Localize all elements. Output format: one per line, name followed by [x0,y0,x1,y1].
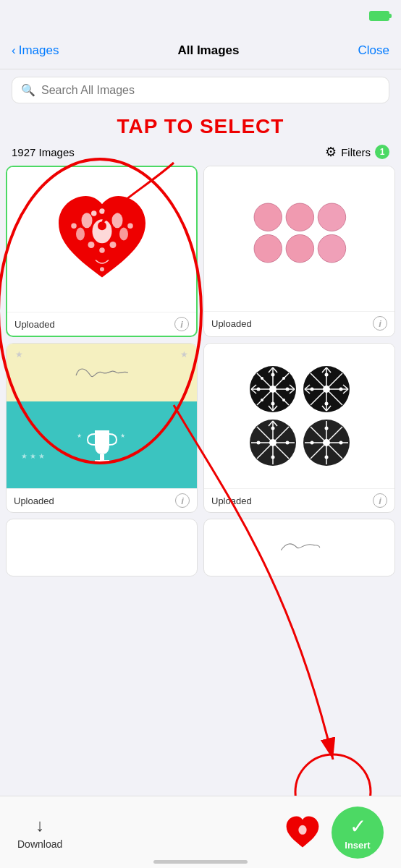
home-indicator [153,860,248,864]
checkmark-icon: ✓ [350,814,366,838]
snowflake-3 [248,417,298,468]
partial-card-1[interactable] [6,519,198,576]
trophy-svg: ★ ★ [73,427,131,463]
svg-text:★: ★ [77,433,82,439]
svg-point-7 [109,242,116,248]
close-button[interactable]: Close [358,43,389,58]
filters-badge: 1 [375,145,389,159]
card-label-snowflakes: Uploaded [211,495,252,506]
insert-button[interactable]: ✓ Insert [332,807,384,859]
svg-point-50 [282,377,285,380]
battery-icon [369,11,389,21]
svg-point-47 [256,388,260,391]
svg-point-11 [99,208,105,214]
nav-bar: ‹ Images All Images Close [0,32,401,69]
partial-row [0,519,401,582]
svg-point-82 [285,441,289,445]
svg-point-9 [91,210,97,216]
svg-point-13 [127,224,133,229]
svg-point-5 [119,228,128,241]
svg-point-45 [271,373,274,377]
svg-point-81 [256,441,260,445]
svg-point-3 [111,213,122,228]
svg-rect-27 [100,454,104,460]
svg-point-48 [285,388,289,391]
tap-to-select-label: TAP TO SELECT [0,111,401,140]
card-thumb-pink-blob [204,166,394,311]
bottom-bar: ↓ Download ✓ Insert [0,796,401,868]
svg-point-91 [310,441,313,445]
svg-point-78 [269,439,277,446]
info-button-snowflakes[interactable]: i [373,493,387,508]
svg-point-8 [99,247,105,253]
stacked-bottom-layer: ★ ★ ★ ★ ★ [7,401,197,488]
svg-point-6 [88,242,94,248]
back-label: Images [19,43,59,58]
image-grid: Uploaded i [0,166,401,519]
svg-point-68 [324,402,328,406]
page-title: All Images [177,43,239,58]
svg-point-10 [107,210,113,216]
svg-text:★: ★ [120,433,125,439]
image-card-stacked[interactable]: ★ ★ ★ ★ ★ [6,343,198,513]
snowflake-svg-2 [301,364,352,414]
download-label: Download [17,838,62,850]
svg-rect-28 [95,460,109,462]
filters-icon: ⚙ [325,144,337,160]
svg-point-51 [261,399,263,401]
svg-point-49 [261,377,263,380]
svg-point-90 [324,456,328,459]
filters-button[interactable]: ⚙ Filters 1 [325,144,389,160]
svg-point-46 [271,402,274,406]
svg-point-4 [76,228,85,241]
info-button-pink-blob[interactable]: i [373,316,387,331]
partial-card-2[interactable] [203,519,395,576]
info-button-heart[interactable]: i [174,317,189,331]
snowflake-svg-3 [248,417,298,468]
snowflake-svg-4 [301,417,352,468]
svg-point-44 [269,386,277,393]
svg-point-52 [282,399,285,401]
svg-point-79 [271,427,274,430]
snowflake-4 [301,417,352,468]
svg-point-88 [323,439,330,446]
svg-point-14 [100,267,104,271]
search-input[interactable] [41,84,380,97]
svg-point-12 [71,224,77,229]
card-thumb-snowflakes [204,344,394,488]
stacked-top-layer: ★ ★ [7,344,197,401]
insert-label: Insert [345,840,370,851]
snowflake-1 [248,364,298,414]
svg-point-70 [339,388,342,391]
image-count: 1927 Images [12,146,75,158]
card-footer-snowflakes: Uploaded i [204,488,394,512]
stacked-layers: ★ ★ ★ ★ ★ [7,344,197,488]
card-thumb-heart [7,167,196,312]
card-label-stacked: Uploaded [14,495,54,506]
info-button-stacked[interactable]: i [175,493,190,508]
pink-blob-svg [249,192,350,286]
svg-point-66 [323,386,330,393]
snowflake-svg-1 [248,364,298,414]
back-button[interactable]: ‹ Images [12,43,59,58]
svg-point-1 [98,221,106,230]
bottom-heart-thumbnail [282,812,323,853]
count-row: 1927 Images ⚙ Filters 1 [0,140,401,166]
image-card-pink-blob[interactable]: Uploaded i [203,166,395,337]
svg-point-92 [339,441,342,445]
image-card-heart[interactable]: Uploaded i [6,166,198,337]
svg-point-89 [324,427,328,430]
bottom-right: ✓ Insert [282,807,384,859]
download-button[interactable]: ↓ Download [17,815,62,850]
search-icon: 🔍 [21,83,35,97]
card-thumb-stacked: ★ ★ ★ ★ ★ [7,344,197,488]
chevron-left-icon: ‹ [12,43,16,58]
image-card-snowflakes[interactable]: Uploaded i [203,343,395,513]
status-bar [0,0,401,32]
svg-point-69 [310,388,313,391]
filters-label: Filters [341,146,371,158]
signature-svg [73,364,131,381]
search-bar: 🔍 [12,77,389,103]
svg-point-80 [271,456,274,459]
card-footer-pink-blob: Uploaded i [204,311,394,335]
